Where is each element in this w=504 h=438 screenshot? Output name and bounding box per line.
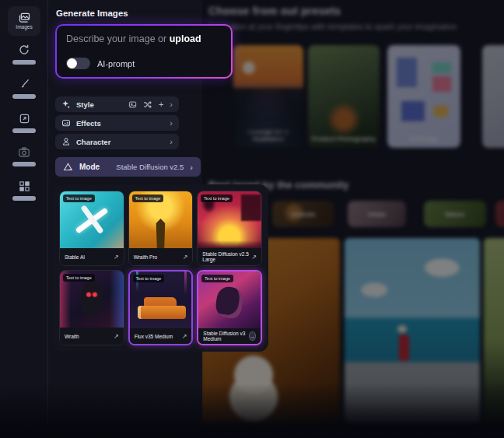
community-photo-train[interactable]: [345, 238, 480, 423]
option-label-style: Style: [76, 100, 94, 109]
sidebar-label-skeleton: [12, 162, 36, 166]
model-card-stable-ai[interactable]: Text to image Stable AI ↗: [59, 191, 124, 266]
text-to-image-badge: Text to image: [133, 275, 165, 282]
category-chip-urban[interactable]: Urban: [348, 201, 406, 227]
mode-value: Stable Diffusion v2.5: [116, 163, 184, 171]
preset-card-partial[interactable]: [482, 45, 504, 148]
sparkle-star-icon: [61, 100, 71, 109]
effects-actions: ›: [170, 118, 173, 128]
option-label-character: Character: [76, 138, 110, 146]
mode-label: Mode: [79, 163, 100, 171]
community-photo-green[interactable]: [484, 238, 504, 423]
sidebar-item-images[interactable]: Images: [8, 6, 40, 36]
prism-icon: [63, 162, 73, 172]
presets-heading: Choose from out presets: [208, 5, 341, 17]
text-to-image-badge: Text to image: [201, 194, 233, 202]
model-card-bar: Stable Diffusion v2.5 Large ↗: [198, 248, 261, 265]
sidebar-item-expand[interactable]: [0, 113, 48, 133]
shuffle-icon[interactable]: [143, 100, 152, 109]
share-icon[interactable]: ↗: [251, 254, 257, 261]
generate-panel-title: Generate Images: [56, 9, 128, 18]
sidebar-item-refresh[interactable]: [0, 44, 48, 65]
category-chip-nature[interactable]: Nature: [424, 201, 486, 227]
style-actions: + ›: [128, 100, 173, 109]
images-icon: [19, 12, 30, 23]
sidebar-item-camera[interactable]: [0, 147, 48, 166]
model-card-bar: Flux v35 Medium ↗: [130, 328, 192, 344]
chevron-right-icon[interactable]: ›: [190, 163, 193, 172]
sidebar-label-skeleton: [12, 128, 36, 133]
share-icon[interactable]: ↗: [114, 333, 119, 340]
preset-card-ui-design[interactable]: UI Design: [387, 45, 460, 148]
grid-icon: [19, 180, 30, 192]
toggle-knob: [67, 58, 77, 68]
app-screen: Choose from out presets Inspiration at y…: [0, 0, 504, 438]
sidebar-item-label: Images: [16, 24, 32, 30]
chevron-right-icon[interactable]: ›: [170, 100, 173, 109]
model-card-name: Stable Diffusion v2.5 Large: [202, 251, 251, 262]
person-icon: [61, 137, 71, 146]
text-to-image-badge: Text to image: [63, 194, 95, 202]
sidebar-item-brush[interactable]: [0, 78, 48, 99]
model-card-name: Wraith Pro: [134, 254, 158, 260]
chip-label: Nature: [445, 211, 464, 218]
ai-prompt-label: AI-prompt: [97, 59, 135, 68]
preset-card-label: Product Photography: [308, 135, 380, 142]
chevron-right-icon[interactable]: ›: [170, 118, 173, 128]
prompt-placeholder: Describe your image or upload: [66, 33, 201, 44]
model-card-wraith[interactable]: Text to image Wraith ↗: [59, 270, 124, 345]
model-card-bar: Wraith Pro ↗: [129, 248, 193, 265]
brush-icon: [18, 78, 30, 90]
text-to-image-badge: Text to image: [63, 274, 95, 282]
upload-link[interactable]: upload: [170, 33, 201, 44]
presets-subtitle: Inspiration at your fingertips with temp…: [208, 22, 457, 31]
model-card-name: Flux v35 Medium: [135, 334, 173, 339]
share-icon[interactable]: ↗: [183, 254, 188, 261]
model-card-name: Wraith: [65, 334, 79, 339]
refresh-icon: [18, 44, 30, 56]
share-icon[interactable]: ↗: [182, 333, 187, 340]
mode-selector[interactable]: Mode Stable Diffusion v2.5 ›: [55, 157, 201, 177]
forward-arrow-button[interactable]: →: [249, 331, 256, 341]
camera-icon: [18, 147, 30, 158]
expand-icon: [19, 113, 30, 124]
preset-card-concept-art[interactable]: Concept Art & Illustration: [233, 45, 303, 148]
model-card-bar: Stable AI ↗: [60, 248, 124, 265]
prompt-input[interactable]: Describe your image or upload AI-prompt: [55, 24, 233, 79]
text-to-image-badge: Text to image: [201, 275, 233, 282]
model-card-bar: Stable Diffusion v3 Medium →: [198, 328, 261, 344]
image-sparkle-icon: [61, 118, 71, 128]
model-card-wraith-pro[interactable]: Text to image Wraith Pro ↗: [128, 191, 194, 266]
sidebar-label-skeleton: [12, 60, 36, 65]
option-row-effects[interactable]: Effects ›: [55, 115, 179, 131]
model-card-sd25-large[interactable]: Text to image Stable Diffusion v2.5 Larg…: [197, 191, 262, 266]
sidebar-label-skeleton: [12, 94, 36, 99]
preset-card-label: UI Design: [387, 135, 460, 142]
chip-label: Animals: [291, 211, 315, 218]
option-label-effects: Effects: [76, 119, 101, 128]
image-icon[interactable]: [128, 100, 137, 109]
text-to-image-badge: Text to image: [132, 194, 164, 202]
share-icon[interactable]: ↗: [114, 254, 119, 261]
preset-card-product-photography[interactable]: Product Photography: [308, 45, 380, 148]
preset-card-label: Concept Art & Illustration: [233, 128, 303, 142]
sidebar-item-grid[interactable]: [0, 180, 48, 201]
ai-prompt-toggle-row: AI-prompt: [66, 58, 135, 69]
chevron-right-icon[interactable]: ›: [170, 137, 173, 146]
category-chip-partial[interactable]: [495, 201, 504, 227]
sidebar-label-skeleton: [12, 196, 36, 201]
category-chip-animals[interactable]: Animals: [272, 201, 334, 227]
app-sidebar: Images: [0, 0, 48, 438]
option-row-character[interactable]: Character ›: [55, 134, 179, 149]
model-card-bar: Wraith ↗: [60, 328, 124, 345]
model-card-name: Stable Diffusion v3 Medium: [203, 331, 248, 342]
model-card-name: Stable AI: [65, 254, 85, 260]
model-card-flux-v35[interactable]: Text to image Flux v35 Medium ↗: [128, 270, 194, 345]
character-actions: ›: [170, 137, 173, 146]
chip-label: Urban: [368, 211, 386, 218]
ai-prompt-toggle[interactable]: [66, 58, 90, 69]
model-card-sd3-medium[interactable]: Text to image Stable Diffusion v3 Medium…: [197, 270, 262, 345]
option-row-style[interactable]: Style + ›: [55, 96, 179, 112]
model-grid: Text to image Stable AI ↗ Text to image …: [53, 184, 268, 352]
plus-icon[interactable]: +: [159, 100, 163, 109]
